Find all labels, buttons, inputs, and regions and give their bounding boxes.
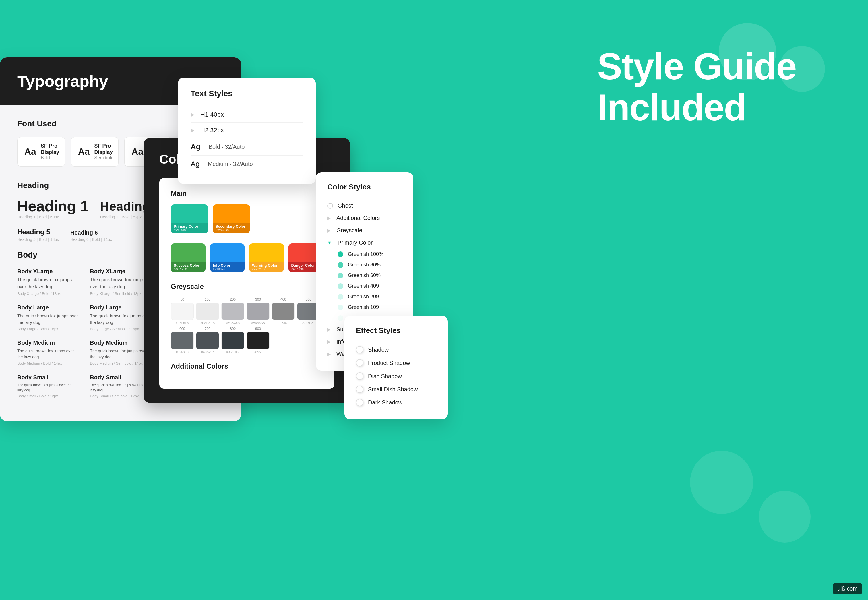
body-large-bold: Body Large The quick brown fox jumps ove… [17, 304, 78, 331]
greenish-60: Greenish 60% [338, 270, 402, 281]
shadow-item: Shadow [356, 343, 436, 356]
main-heading-line2: Included [597, 87, 796, 128]
primary-color-item[interactable]: ▼ Primary Color [327, 236, 402, 249]
ghost-label: Ghost [338, 202, 353, 209]
main-heading-line1: Style Guide [597, 46, 796, 87]
grey-400: 400 #888 [272, 297, 295, 324]
grey-600: 600 #62686C [171, 327, 194, 354]
grey-300: 300 #A6A6AB [247, 297, 270, 324]
greenish-100: Greenish 100% [338, 249, 402, 259]
small-dish-shadow-label: Small Dish Shadow [368, 386, 418, 393]
greenish-5-dot [338, 315, 343, 321]
greenish-60-dot [338, 273, 343, 279]
ts-item-bold: Ag Bold · 32/Auto [191, 138, 303, 156]
dark-shadow-label: Dark Shadow [368, 399, 403, 406]
additional-colors-label: Additional Colors [171, 362, 323, 370]
greyscale-row: 50 #F5F5F5 100 #ESESEA 200 #BCBCC0 300 #… [171, 297, 323, 354]
additional-colors-item[interactable]: ▶ Additional Colors [327, 212, 402, 224]
ts-desc-bold: Bold · 32/Auto [209, 144, 245, 150]
dark-shadow-item: Dark Shadow [356, 396, 436, 409]
ts-ag-bold: Ag [191, 142, 201, 151]
info-color-arrow: ▶ [327, 339, 331, 344]
warning-color-arrow: ▶ [327, 352, 331, 357]
greenish-209-dot [338, 294, 343, 300]
main-swatches-row1: Primary Color #22c4d0 Secondary Color #2… [171, 205, 323, 233]
greenish-100-label: Greenish 100% [348, 251, 383, 257]
font-sample-semibold: Aa SF Pro Display Semibold [71, 137, 119, 167]
success-color-arrow: ▶ [327, 327, 331, 332]
grey-50: 50 #F5F5F5 [171, 297, 194, 324]
ts-item-h2: ▶ H2 32px [191, 123, 303, 138]
ts-arrow-h1: ▶ [191, 111, 195, 118]
product-shadow-label: Product Shadow [368, 360, 410, 366]
ts-label-h1: H1 40px [200, 111, 224, 118]
body-large-semibold: Body Large The quick brown fox jumps ove… [90, 304, 151, 331]
greenish-209: Greenish 209 [338, 291, 402, 302]
greenish-80-dot [338, 262, 343, 268]
success-color-swatch: Success Color #4CAF50 [171, 244, 206, 272]
body-medium-semibold: Body Medium The quick brown fox jumps ov… [90, 339, 151, 365]
primary-sub-items: Greenish 100% Greenish 80% Greenish 60% … [338, 249, 402, 323]
heading-5-text: Heading 5 [17, 228, 59, 236]
decorative-circle-4 [759, 491, 810, 542]
body-medium-bold: Body Medium The quick brown fox jumps ov… [17, 339, 78, 365]
small-dish-shadow-item: Small Dish Shadow [356, 383, 436, 396]
status-swatches-row: Success Color #4CAF50 Info Color #2196F3 [171, 244, 323, 272]
greenish-409-label: Greenish 409 [348, 283, 379, 289]
main-colors-label: Main [171, 189, 323, 197]
heading-5-meta: Heading 5 | Bold | 18px [17, 237, 59, 242]
ghost-dot [327, 203, 333, 209]
shadow-label: Shadow [368, 347, 389, 353]
effect-styles-title: Effect Styles [356, 326, 436, 335]
greenish-100-dot [338, 252, 343, 257]
font-aa-3: Aa [132, 146, 143, 157]
dish-shadow-circle [356, 372, 364, 380]
greenish-80: Greenish 80% [338, 259, 402, 270]
heading-6-meta: Heading 6 | Bold | 14px [70, 237, 112, 242]
ts-ag-medium: Ag [191, 160, 200, 168]
body-xlarge-semibold: Body XLarge The quick brown fox jumps ov… [90, 268, 151, 296]
ts-label-h2: H2 32px [200, 127, 224, 134]
greyscale-label: Greyscale [171, 282, 323, 291]
warning-color-swatch: Warning Color #FFC107 [249, 244, 284, 272]
color-styles-panel-title: Color Styles [327, 183, 402, 191]
grey-900: 900 #222 [247, 327, 270, 354]
product-shadow-circle [356, 359, 364, 367]
body-xlarge-bold: Body XLarge The quick brown fox jumps ov… [17, 268, 78, 296]
shadow-circle [356, 346, 364, 353]
font-aa: Aa [24, 146, 36, 157]
greenish-109-label: Greenish 109 [348, 304, 379, 310]
greenish-209-label: Greenish 209 [348, 294, 379, 300]
greenish-60-label: Greenish 60% [348, 273, 380, 279]
colors-body: Main Primary Color #22c4d0 Secondary Col… [159, 178, 335, 389]
greenish-409-dot [338, 283, 343, 289]
secondary-color-swatch: Secondary Color #22A4D0 [213, 205, 250, 233]
grey-100: 100 #ESESEA [196, 297, 219, 324]
decorative-circle-3 [690, 451, 753, 514]
heading-1-item: Heading 1 Heading 1 | Bold | 60px [17, 198, 89, 219]
greenish-80-label: Greenish 80% [348, 262, 380, 268]
greyscale-item[interactable]: ▶ Greyscale [327, 224, 402, 236]
body-small-semibold: Body Small The quick brown fox jumps ove… [90, 374, 151, 398]
greenish-409: Greenish 409 [338, 281, 402, 291]
greenish-109: Greenish 109 [338, 302, 402, 313]
main-heading: Style Guide Included [597, 46, 796, 128]
additional-colors-arrow: ▶ [327, 215, 331, 221]
grey-700: 700 #4C5257 [196, 327, 219, 354]
font-sample-bold: Aa SF Pro Display Bold [17, 137, 65, 167]
primary-color-swatch: Primary Color #22c4d0 [171, 205, 208, 233]
additional-colors-label-text: Additional Colors [336, 215, 380, 221]
watermark: uiß.com [833, 583, 862, 594]
heading-5-item: Heading 5 Heading 5 | Bold | 18px [17, 228, 59, 242]
heading-1-meta: Heading 1 | Bold | 60px [17, 215, 89, 219]
text-styles-card: Text Styles ▶ H1 40px ▶ H2 32px Ag Bold … [178, 77, 316, 184]
product-shadow-item: Product Shadow [356, 356, 436, 370]
heading-6-text: Heading 6 [70, 229, 112, 236]
small-dish-shadow-circle [356, 386, 364, 393]
heading-6-item: Heading 6 Heading 6 | Bold | 14px [70, 229, 112, 242]
heading-1-text: Heading 1 [17, 198, 89, 214]
watermark-text: uiß.com [837, 585, 858, 592]
dish-shadow-item: Dish Shadow [356, 370, 436, 383]
primary-color-label: Primary Color [338, 239, 373, 246]
effect-styles-panel: Effect Styles Shadow Product Shadow Dish… [344, 316, 448, 420]
